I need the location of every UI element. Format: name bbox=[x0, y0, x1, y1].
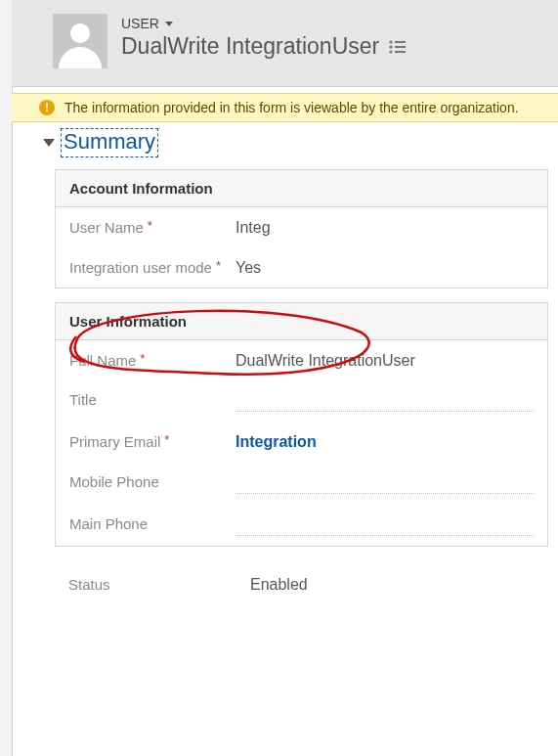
title-field: Title bbox=[56, 379, 547, 422]
mobile-phone-label: Mobile Phone bbox=[69, 473, 236, 492]
required-icon: * bbox=[216, 259, 221, 272]
record-title: DualWrite IntegrationUser bbox=[121, 33, 379, 60]
svg-point-0 bbox=[390, 40, 393, 43]
required-icon: * bbox=[164, 433, 169, 446]
summary-label: Summary bbox=[61, 128, 158, 157]
title-value[interactable] bbox=[236, 391, 534, 412]
svg-rect-5 bbox=[395, 51, 406, 53]
entity-type-label: USER bbox=[121, 16, 159, 31]
fullname-value[interactable]: DualWrite IntegrationUser bbox=[236, 352, 534, 370]
integration-mode-value[interactable]: Yes bbox=[236, 259, 534, 277]
fullname-label: Full Name* bbox=[69, 352, 236, 371]
username-value[interactable]: Integ bbox=[236, 219, 534, 237]
org-visibility-notice: ! The information provided in this form … bbox=[12, 93, 558, 122]
notice-text: The information provided in this form is… bbox=[64, 100, 519, 115]
account-info-heading: Account Information bbox=[56, 170, 547, 207]
required-icon: * bbox=[140, 352, 145, 365]
required-icon: * bbox=[148, 219, 152, 232]
fullname-field: Full Name* DualWrite IntegrationUser bbox=[56, 340, 547, 380]
collapse-triangle-icon bbox=[43, 139, 55, 147]
summary-section-toggle[interactable]: Summary bbox=[12, 122, 558, 163]
status-value: Enabled bbox=[250, 576, 544, 595]
user-avatar-icon bbox=[53, 14, 107, 68]
status-label: Status bbox=[68, 576, 250, 595]
svg-point-4 bbox=[390, 50, 393, 53]
email-field: Primary Email* Integration bbox=[56, 422, 547, 462]
username-label: User Name* bbox=[69, 219, 236, 238]
list-menu-icon[interactable] bbox=[389, 40, 407, 54]
svg-point-2 bbox=[390, 45, 393, 48]
user-information-panel: User Information Full Name* DualWrite In… bbox=[55, 302, 548, 548]
record-header: USER DualWrite IntegrationUser bbox=[12, 0, 558, 87]
mobile-phone-value[interactable] bbox=[236, 473, 534, 494]
svg-rect-1 bbox=[395, 41, 406, 43]
user-info-heading: User Information bbox=[56, 303, 547, 340]
warning-icon: ! bbox=[39, 100, 55, 115]
main-phone-field: Main Phone bbox=[56, 504, 547, 546]
main-phone-value[interactable] bbox=[236, 515, 534, 536]
svg-rect-3 bbox=[395, 46, 406, 48]
main-phone-label: Main Phone bbox=[69, 515, 236, 534]
email-value[interactable]: Integration bbox=[236, 433, 534, 451]
title-label: Title bbox=[69, 391, 236, 410]
caret-down-icon bbox=[165, 22, 173, 26]
account-information-panel: Account Information User Name* Integ Int… bbox=[55, 169, 548, 289]
status-row: Status Enabled bbox=[12, 560, 558, 595]
integration-mode-field: Integration user mode * Yes bbox=[56, 247, 547, 288]
mobile-phone-field: Mobile Phone bbox=[56, 462, 547, 504]
integration-mode-label: Integration user mode * bbox=[69, 259, 236, 278]
username-field: User Name* Integ bbox=[56, 207, 547, 247]
entity-type-selector[interactable]: USER bbox=[121, 16, 407, 31]
email-label: Primary Email* bbox=[69, 433, 236, 452]
